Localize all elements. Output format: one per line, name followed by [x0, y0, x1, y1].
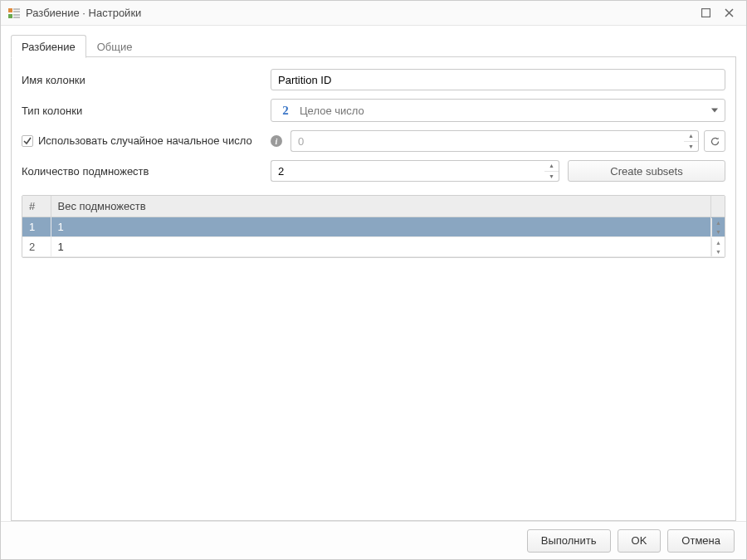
execute-button[interactable]: Выполнить [527, 529, 611, 553]
svg-rect-0 [8, 8, 12, 12]
tab-general-label: Общие [97, 41, 133, 53]
row-subset-count: Количество подмножеств ▲ ▼ Create subset… [22, 160, 725, 182]
use-random-seed-label: Использовать случайное начальное число [38, 134, 252, 149]
row-index: 2 [22, 237, 51, 257]
svg-rect-4 [13, 14, 20, 16]
svg-rect-2 [13, 11, 20, 12]
row-index: 1 [22, 217, 51, 237]
seed-refresh-button[interactable] [704, 130, 725, 152]
create-subsets-label: Create subsets [610, 165, 682, 178]
column-type-value: Целое число [300, 105, 364, 117]
row-random-seed: Использовать случайное начальное число i… [22, 130, 725, 152]
row-column-name: Имя колонки [22, 69, 725, 90]
col-weight-header[interactable]: Вес подмножеств [51, 196, 711, 217]
info-icon[interactable]: i [271, 135, 282, 147]
row-column-type: Тип колонки 2 Целое число [22, 99, 725, 122]
subset-count-step-down[interactable]: ▼ [544, 172, 559, 182]
svg-rect-5 [13, 17, 20, 18]
column-name-label: Имя колонки [22, 74, 85, 86]
table-row[interactable]: 1 1 ▲ ▼ [22, 217, 725, 237]
subset-count-step-up[interactable]: ▲ [544, 161, 559, 172]
tab-partition-label: Разбиение [22, 41, 76, 53]
titlebar: Разбиение · Настройки [1, 1, 746, 26]
subset-weights-table: # Вес подмножеств 1 1 ▲ ▼ [22, 195, 725, 258]
column-name-input[interactable] [271, 69, 725, 90]
create-subsets-button[interactable]: Create subsets [568, 160, 725, 182]
seed-spinner: ▲ ▼ [290, 130, 699, 152]
seed-step-up[interactable]: ▲ [684, 131, 698, 142]
subset-count-label: Количество подмножеств [22, 165, 149, 178]
maximize-button[interactable] [695, 5, 716, 22]
subset-count-input[interactable] [271, 160, 544, 182]
execute-label: Выполнить [541, 534, 597, 547]
settings-window: Разбиение · Настройки Разбиение Общие Им… [0, 0, 747, 560]
row-weight[interactable]: 1 [51, 217, 711, 237]
integer-type-icon: 2 [278, 103, 293, 118]
table-row[interactable]: 2 1 ▲ ▼ [22, 237, 725, 257]
close-button[interactable] [718, 5, 740, 22]
svg-rect-1 [13, 8, 20, 10]
app-icon [7, 7, 21, 20]
cancel-button[interactable]: Отмена [667, 529, 735, 553]
window-title: Разбиение · Настройки [26, 7, 141, 19]
svg-rect-6 [701, 9, 710, 17]
row-weight-step-down[interactable]: ▼ [712, 227, 725, 236]
cancel-label: Отмена [681, 534, 720, 547]
column-type-select[interactable]: 2 Целое число [271, 99, 725, 122]
row-weight-step-up[interactable]: ▲ [712, 238, 725, 247]
row-weight-step-down[interactable]: ▼ [712, 247, 725, 256]
row-weight-step-up[interactable]: ▲ [712, 218, 725, 227]
chevron-down-icon [711, 109, 718, 113]
svg-rect-3 [8, 14, 12, 18]
col-index-header[interactable]: # [22, 196, 51, 217]
row-weight[interactable]: 1 [51, 237, 711, 257]
seed-input[interactable] [290, 130, 684, 152]
seed-step-down[interactable]: ▼ [684, 142, 698, 152]
ok-button[interactable]: OK [618, 529, 662, 553]
dialog-footer: Выполнить OK Отмена [1, 521, 746, 559]
tab-general[interactable]: Общие [86, 35, 144, 58]
main-panel: Имя колонки Тип колонки 2 Целое число [11, 57, 736, 521]
content-area: Разбиение Общие Имя колонки Тип колонки [1, 26, 746, 521]
ok-label: OK [632, 534, 647, 547]
tab-partition[interactable]: Разбиение [11, 35, 86, 58]
tabstrip: Разбиение Общие [11, 34, 736, 57]
use-random-seed-checkbox[interactable] [22, 135, 33, 147]
subset-count-spinner: ▲ ▼ [271, 160, 559, 182]
column-type-label: Тип колонки [22, 105, 82, 117]
